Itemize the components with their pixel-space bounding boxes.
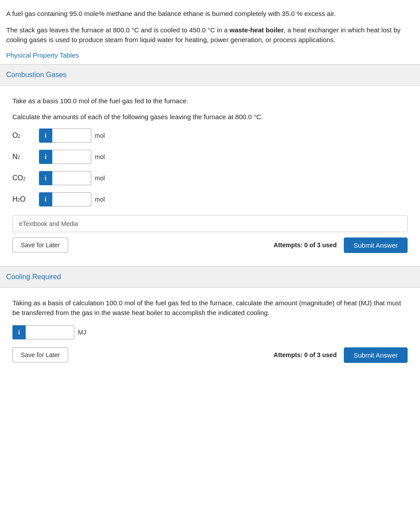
co2-unit: mol (95, 175, 105, 182)
h2o-row: H2O i mol (12, 192, 408, 206)
o2-unit: mol (95, 132, 105, 139)
combustion-action-row: Save for Later Attempts: 0 of 3 used Sub… (12, 237, 408, 253)
co2-input-group: i (39, 171, 91, 185)
intro-p2-before: The stack gas leaves the furnace at 800.… (6, 26, 229, 34)
combustion-attempts-submit: Attempts: 0 of 3 used Submit Answer (274, 237, 408, 253)
n2-sub: 2 (18, 155, 20, 160)
n2-info-button[interactable]: i (39, 150, 52, 164)
co2-input[interactable] (52, 171, 91, 185)
h2o-label: H2O (12, 195, 39, 203)
combustion-submit-button[interactable]: Submit Answer (344, 237, 408, 253)
combustion-calculate-text: Calculate the amounts of each of the fol… (12, 112, 408, 122)
cooling-section: Cooling Required Taking as a basis of ca… (0, 267, 420, 376)
n2-label: N2 (12, 153, 39, 161)
cooling-input[interactable] (26, 325, 74, 339)
intro-paragraph2: The stack gas leaves the furnace at 800.… (6, 25, 414, 45)
cooling-attempts-text: Attempts: 0 of 3 used (274, 351, 337, 358)
o2-input[interactable] (52, 128, 91, 143)
combustion-save-later-button[interactable]: Save for Later (12, 237, 68, 253)
cooling-submit-button[interactable]: Submit Answer (344, 347, 408, 363)
cooling-save-later-button[interactable]: Save for Later (12, 347, 68, 362)
co2-row: CO2 i mol (12, 171, 408, 185)
cooling-section-body: Taking as a basis of calculation 100.0 m… (0, 288, 420, 376)
etextbook-bar: eTextbook and Media (12, 215, 408, 232)
o2-sub: 2 (18, 134, 20, 139)
n2-row: N2 i mol (12, 150, 408, 164)
h2o-sub2: 2 (18, 198, 20, 202)
o2-row: O2 i mol (12, 128, 408, 143)
h2o-input-group: i (39, 192, 91, 206)
cooling-attempts-submit: Attempts: 0 of 3 used Submit Answer (274, 347, 408, 363)
combustion-attempts-text: Attempts: 0 of 3 used (274, 241, 337, 249)
co2-info-button[interactable]: i (39, 171, 52, 185)
cooling-action-row: Save for Later Attempts: 0 of 3 used Sub… (12, 347, 408, 363)
combustion-section: Combustion Gases Take as a basis 100.0 m… (0, 65, 420, 266)
h2o-info-button[interactable]: i (39, 192, 52, 206)
o2-info-button[interactable]: i (39, 128, 52, 143)
intro-p2-bold: waste-heat boiler (229, 26, 284, 34)
cooling-section-header: Cooling Required (0, 267, 420, 288)
intro-section: A fuel gas containing 95.0 mole% methane… (0, 0, 420, 64)
physical-property-tables-link[interactable]: Physical Property Tables (6, 51, 79, 59)
n2-unit: mol (95, 153, 105, 160)
o2-label: O2 (12, 132, 39, 140)
combustion-section-title: Combustion Gases (6, 71, 414, 79)
cooling-section-title: Cooling Required (6, 273, 414, 281)
combustion-section-body: Take as a basis 100.0 mol of the fuel ga… (0, 86, 420, 266)
h2o-unit: mol (95, 196, 105, 203)
n2-input[interactable] (52, 150, 91, 164)
cooling-input-row: i MJ (12, 325, 408, 339)
combustion-basis-text: Take as a basis 100.0 mol of the fuel ga… (12, 96, 408, 106)
n2-input-group: i (39, 150, 91, 164)
h2o-input[interactable] (52, 192, 91, 206)
combustion-section-header: Combustion Gases (0, 65, 420, 86)
intro-paragraph1: A fuel gas containing 95.0 mole% methane… (6, 9, 414, 19)
co2-label: CO2 (12, 174, 39, 182)
cooling-unit: MJ (78, 329, 86, 336)
cooling-body-text: Taking as a basis of calculation 100.0 m… (12, 298, 408, 318)
co2-sub: 2 (23, 176, 26, 181)
cooling-info-button[interactable]: i (12, 325, 26, 339)
o2-input-group: i (39, 128, 91, 143)
etextbook-label: eTextbook and Media (19, 220, 78, 227)
